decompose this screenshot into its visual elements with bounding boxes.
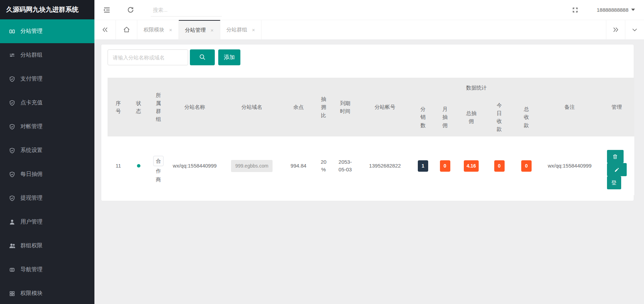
home-tab-icon[interactable] xyxy=(116,20,137,39)
user-account-dropdown[interactable]: 18888888888 xyxy=(597,7,635,13)
trash-icon xyxy=(613,154,618,159)
cell-account: 13952682822 xyxy=(357,136,413,195)
sidebar-item-group-permissions[interactable]: 群组权限 xyxy=(0,234,94,258)
tab-bar: 权限模块 × 分站管理 × 分站群组 × xyxy=(94,20,644,39)
tabs-menu-chevron-down-icon[interactable] xyxy=(625,20,644,39)
cell-total-income: 0 xyxy=(513,136,540,195)
col-total-income: 总 收 款 xyxy=(513,98,540,136)
sidebar-item-label: 分站群组 xyxy=(20,51,43,59)
login-button[interactable]: 登 xyxy=(607,176,621,189)
user-phone: 18888888888 xyxy=(597,7,628,13)
sidebar-item-reconciliation[interactable]: 对帐管理 xyxy=(0,115,94,139)
table-toolbar: 添加 xyxy=(108,49,634,65)
cell-commission-rate: 20 % xyxy=(314,136,333,195)
status-dot xyxy=(137,164,140,168)
col-today-income: 今 日 收 款 xyxy=(486,98,513,136)
cell-total-commission: 4.16 xyxy=(457,136,486,195)
sidebar-item-label: 导航管理 xyxy=(20,266,43,273)
col-group: 所 属 群 组 xyxy=(148,78,169,136)
tabbar-spacer xyxy=(261,20,606,39)
month-commission-badge: 0 xyxy=(440,160,450,172)
col-manage: 管理 xyxy=(599,78,634,136)
site-search-input[interactable] xyxy=(108,49,188,65)
sidebar-item-daily-commission[interactable]: 每日抽佣 xyxy=(0,162,94,186)
sidebar-item-label: 对帐管理 xyxy=(20,123,43,130)
sidebar-item-permission-module[interactable]: 权限模块 xyxy=(0,282,94,304)
sidebar-item-nav-manage[interactable]: 导航管理 xyxy=(0,258,94,282)
cell-status xyxy=(129,136,148,195)
row-actions: 登 xyxy=(607,150,627,189)
sidebar-item-payment[interactable]: 支付管理 xyxy=(0,67,94,91)
shield-check-icon xyxy=(9,171,16,178)
sidebar-item-label: 系统设置 xyxy=(20,147,43,154)
cell-actions: 登 xyxy=(599,136,634,195)
tab-label: 分站群组 xyxy=(227,27,247,33)
sidebar-item-label: 提现管理 xyxy=(20,194,43,202)
columns-icon xyxy=(9,28,16,35)
sidebar-item-label: 点卡充值 xyxy=(20,99,43,106)
col-domain: 分站域名 xyxy=(221,78,283,136)
close-icon[interactable]: × xyxy=(211,27,214,33)
delete-button[interactable] xyxy=(607,150,624,163)
sidebar-item-system-settings[interactable]: 系统设置 xyxy=(0,139,94,162)
fullscreen-icon[interactable] xyxy=(572,7,579,13)
navigation-icon xyxy=(9,266,16,273)
table-header: 序 号 状 态 所 属 群 组 分站名称 分站域名 余点 抽 拥 比 到期 时间… xyxy=(108,78,634,136)
topbar: 18888888888 xyxy=(94,0,644,20)
group-tag-char: 作 xyxy=(156,167,161,175)
sidebar-item-withdrawal[interactable]: 提现管理 xyxy=(0,186,94,210)
tab-permission-module[interactable]: 权限模块 × xyxy=(137,20,179,39)
pencil-icon xyxy=(614,167,619,172)
total-commission-badge: 4.16 xyxy=(464,160,479,172)
tab-site-manage[interactable]: 分站管理 × xyxy=(179,20,220,39)
main-column: 18888888888 权限模块 × 分站管理 × 分 xyxy=(94,0,644,304)
sidebar-menu: 分站管理 分站群组 支付管理 点卡充值 xyxy=(0,19,94,304)
col-account: 分站帐号 xyxy=(357,78,413,136)
cell-expire: 2053- 05-03 xyxy=(333,136,357,195)
search-icon xyxy=(199,54,206,61)
cell-remark: wx/qq:1558440999 xyxy=(540,136,599,195)
col-seq: 序 号 xyxy=(108,78,129,136)
cell-group: 合 作 商 xyxy=(148,136,169,195)
col-status: 状 态 xyxy=(129,78,148,136)
refresh-icon[interactable] xyxy=(127,6,134,13)
cell-today-income: 0 xyxy=(486,136,513,195)
add-button[interactable]: 添加 xyxy=(218,49,240,65)
caret-down-icon xyxy=(631,9,635,11)
col-remark: 备注 xyxy=(540,78,599,136)
close-icon[interactable]: × xyxy=(252,27,255,33)
cell-distributors: 1 xyxy=(413,136,433,195)
search-button[interactable] xyxy=(190,49,215,65)
shield-check-icon xyxy=(9,123,16,130)
col-total-commission: 总抽 佣 xyxy=(457,98,486,136)
today-income-badge: 0 xyxy=(494,160,505,172)
collapse-menu-icon[interactable] xyxy=(103,6,111,14)
tabs-scroll-right-icon[interactable] xyxy=(606,20,625,39)
group-tag-char: 商 xyxy=(156,176,161,184)
edit-button[interactable] xyxy=(607,163,627,176)
close-icon[interactable]: × xyxy=(169,27,172,33)
cell-domain: 999.egbbs.com xyxy=(221,136,283,195)
col-expire: 到期 时间 xyxy=(333,78,357,136)
tab-site-groups[interactable]: 分站群组 × xyxy=(220,20,262,39)
sidebar-item-label: 群组权限 xyxy=(20,242,43,249)
sidebar-item-user-manage[interactable]: 用户管理 xyxy=(0,210,94,234)
cell-seq: 11 xyxy=(108,136,129,195)
sidebar: 久源码网九块九进群系统 分站管理 分站群组 支付管理 xyxy=(0,0,94,304)
sidebar-item-label: 分站管理 xyxy=(20,28,43,35)
modules-grid-icon xyxy=(9,290,16,297)
site-manage-card: 添加 序 号 状 态 所 属 群 组 分站名称 xyxy=(101,45,634,201)
app-title: 久源码网九块九进群系统 xyxy=(0,0,94,19)
group-tag: 合 作 商 xyxy=(153,156,164,184)
col-site-name: 分站名称 xyxy=(169,78,221,136)
tab-label: 权限模块 xyxy=(144,27,164,33)
sidebar-item-site-groups[interactable]: 分站群组 xyxy=(0,43,94,67)
global-search-input[interactable] xyxy=(151,3,222,17)
sidebar-item-site-manage[interactable]: 分站管理 xyxy=(0,19,94,43)
sidebar-item-card-recharge[interactable]: 点卡充值 xyxy=(0,91,94,115)
shield-check-icon xyxy=(9,195,16,202)
cell-balance: 994.84 xyxy=(283,136,314,195)
cell-site-name: wx/qq:1558440999 xyxy=(169,136,221,195)
tabs-scroll-left-icon[interactable] xyxy=(94,20,116,39)
sidebar-item-label: 权限模块 xyxy=(20,290,43,297)
